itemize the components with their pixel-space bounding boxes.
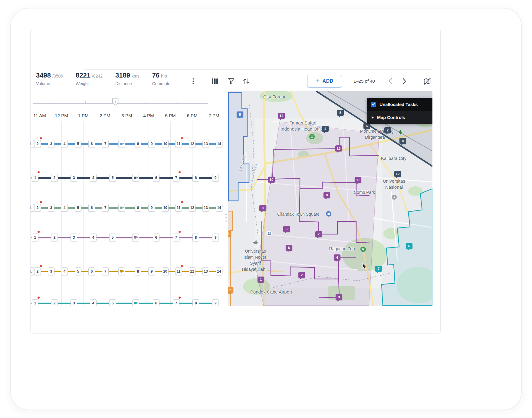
stop-marker[interactable]: 6 — [88, 267, 95, 275]
map-task-marker[interactable]: 7 — [384, 127, 391, 133]
stop-marker[interactable]: 10 — [162, 204, 169, 212]
stop-marker[interactable]: 8 — [192, 234, 199, 241]
map-task-marker[interactable]: 12 — [394, 171, 401, 177]
map-task-marker[interactable]: 8 — [323, 192, 330, 198]
map-task-marker[interactable]: 7 — [228, 287, 233, 293]
stop-marker[interactable]: 8 — [135, 204, 141, 212]
map-task-marker[interactable]: 4 — [322, 126, 329, 132]
stop-marker[interactable]: 7 — [102, 267, 109, 275]
stop-marker[interactable]: 11 — [175, 267, 182, 275]
stop-marker[interactable]: 7 — [173, 234, 179, 241]
stop-marker[interactable]: 14 — [216, 267, 222, 275]
stop-marker[interactable]: 12 — [189, 140, 195, 148]
stop-marker[interactable]: 9 — [212, 299, 219, 306]
stop-marker[interactable]: 6 — [88, 204, 95, 212]
map-task-marker[interactable]: 1 — [258, 277, 264, 283]
map-task-marker[interactable]: 5 — [237, 111, 243, 118]
stop-marker[interactable]: 3 — [71, 234, 77, 241]
map-task-marker[interactable]: 4 — [334, 254, 340, 260]
stop-marker[interactable]: 2 — [51, 174, 58, 182]
stop-marker[interactable]: 5 — [109, 174, 116, 182]
stop-marker[interactable]: 5 — [75, 267, 81, 275]
filter-button[interactable] — [227, 75, 235, 87]
stop-marker[interactable]: 14 — [216, 204, 222, 212]
stop-marker[interactable]: 4 — [90, 234, 97, 241]
map-task-marker[interactable]: 6 — [283, 226, 290, 232]
map-task-marker[interactable]: 9 — [259, 205, 266, 211]
stop-marker[interactable]: 1 — [31, 140, 34, 148]
break-marker[interactable] — [118, 140, 125, 148]
stop-marker[interactable]: 8 — [192, 174, 199, 182]
map-task-marker[interactable]: 10 — [268, 177, 275, 183]
stop-marker[interactable]: 3 — [48, 140, 54, 148]
stop-marker[interactable]: 11 — [175, 140, 182, 148]
timeline-slider-track[interactable] — [33, 103, 208, 104]
stop-marker[interactable]: 8 — [135, 267, 141, 275]
stop-marker[interactable]: 1 — [32, 299, 38, 306]
stop-marker[interactable]: 13 — [202, 204, 209, 212]
break-marker[interactable] — [118, 267, 125, 275]
stop-marker[interactable]: 4 — [61, 204, 68, 212]
stop-marker[interactable]: 5 — [75, 140, 81, 148]
map-task-marker[interactable]: 8 — [399, 138, 406, 144]
stop-marker[interactable]: 3 — [71, 299, 77, 306]
map-toggle-button[interactable] — [423, 75, 431, 87]
stop-marker[interactable]: 5 — [109, 299, 116, 306]
map-task-marker[interactable]: 3 — [336, 294, 342, 300]
stop-marker[interactable]: 8 — [135, 140, 141, 148]
stop-marker[interactable]: 2 — [34, 267, 41, 275]
sort-button[interactable] — [242, 75, 250, 87]
break-marker[interactable] — [118, 204, 125, 212]
stop-marker[interactable]: 2 — [34, 140, 41, 148]
stop-marker[interactable]: 6 — [153, 234, 159, 241]
stop-marker[interactable]: 2 — [51, 234, 58, 241]
stop-marker[interactable]: 10 — [162, 140, 169, 148]
add-button[interactable]: + ADD — [307, 75, 342, 88]
stop-marker[interactable]: 6 — [88, 140, 95, 148]
map-task-marker[interactable]: 8 — [228, 231, 231, 237]
break-marker[interactable] — [132, 299, 139, 306]
stop-marker[interactable]: 13 — [202, 267, 209, 275]
stop-marker[interactable]: 9 — [212, 174, 219, 182]
stop-marker[interactable]: 11 — [175, 204, 182, 212]
next-page-button[interactable] — [400, 75, 408, 87]
stop-marker[interactable]: 9 — [148, 204, 155, 212]
stop-marker[interactable]: 2 — [51, 299, 58, 306]
stop-marker[interactable]: 6 — [153, 174, 159, 182]
panel-resize-handle[interactable] — [225, 214, 227, 222]
stop-marker[interactable]: 4 — [90, 299, 97, 306]
columns-view-button[interactable] — [211, 75, 219, 87]
stop-marker[interactable]: 2 — [34, 204, 41, 212]
stop-marker[interactable]: 3 — [71, 174, 77, 182]
stop-marker[interactable]: 14 — [216, 140, 222, 148]
map-task-marker[interactable]: 6 — [363, 123, 370, 129]
stop-marker[interactable]: 9 — [148, 140, 155, 148]
unallocated-tasks-toggle[interactable]: Unallocated Tasks — [367, 98, 432, 111]
map-task-marker[interactable]: 7 — [315, 231, 322, 237]
map-task-marker[interactable]: 14 — [278, 113, 285, 119]
map-task-marker[interactable]: 7 — [375, 266, 382, 272]
map-task-marker[interactable]: 2 — [298, 272, 305, 278]
map-task-marker[interactable]: 5 — [337, 110, 344, 116]
stop-marker[interactable]: 10 — [162, 267, 169, 275]
stop-marker[interactable]: 8 — [192, 299, 199, 306]
map-task-marker[interactable]: 6 — [406, 243, 412, 249]
stop-marker[interactable]: 7 — [173, 174, 179, 182]
stop-marker[interactable]: 7 — [102, 140, 109, 148]
stop-marker[interactable]: 7 — [173, 299, 179, 306]
stop-marker[interactable]: 4 — [61, 267, 68, 275]
stop-marker[interactable]: 1 — [31, 204, 34, 212]
stop-marker[interactable]: 5 — [109, 234, 116, 241]
break-marker[interactable] — [132, 234, 139, 241]
map-task-marker[interactable]: 13 — [335, 145, 342, 151]
stop-marker[interactable]: 9 — [148, 267, 155, 275]
stop-marker[interactable]: 1 — [32, 174, 38, 182]
stop-marker[interactable]: 13 — [202, 140, 209, 148]
stop-marker[interactable]: 5 — [75, 204, 81, 212]
stop-marker[interactable]: 3 — [48, 267, 54, 275]
previous-page-button[interactable] — [386, 75, 394, 87]
map-controls-toggle[interactable]: Map Controls — [367, 111, 432, 124]
stop-marker[interactable]: 4 — [90, 174, 97, 182]
stop-marker[interactable]: 12 — [189, 204, 195, 212]
map-task-marker[interactable]: 11 — [355, 177, 361, 183]
